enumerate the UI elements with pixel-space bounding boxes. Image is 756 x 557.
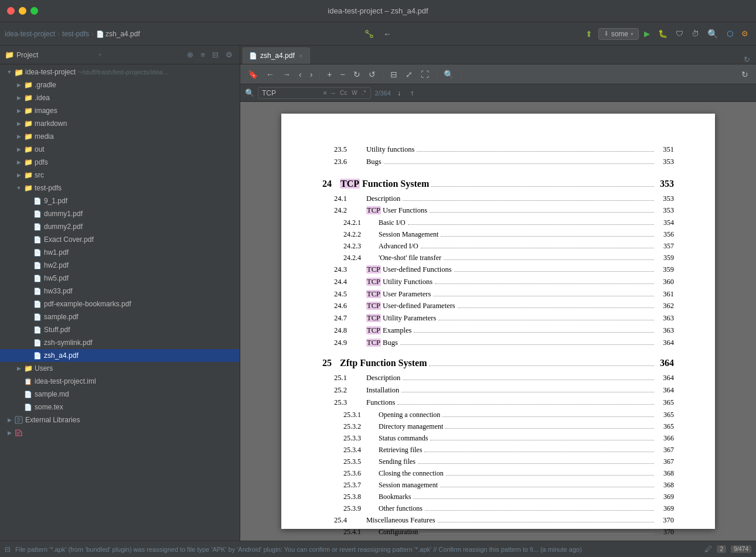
sidebar-item-media[interactable]: ▶ 📁 media (0, 130, 240, 143)
back-nav-button[interactable]: ← (380, 28, 395, 40)
sidebar-title: Project (16, 51, 95, 59)
toc-title-25-3-8: Bookmarks (379, 491, 411, 502)
project-dropdown-icon[interactable]: ▾ (98, 52, 101, 58)
locate-file-button[interactable]: ⊕ (185, 49, 196, 60)
sidebar-item-stuff[interactable]: 📄 Stuff.pdf (0, 323, 240, 336)
sidebar-item-pdfs[interactable]: ▶ 📁 pdfs (0, 156, 240, 169)
sidebar-item-samplemd[interactable]: 📄 sample.md (0, 388, 240, 401)
breadcrumb-folder[interactable]: test-pdfs (62, 30, 89, 38)
toc-num-24-5: 24.5 (334, 289, 366, 300)
scroll-to-file-button[interactable]: ≡ (198, 49, 207, 60)
sidebar-item-sometex[interactable]: 📄 some.tex (0, 401, 240, 414)
pdf-bookmark-button[interactable]: 🔖 (245, 68, 261, 81)
pdf-toolbar-sep4 (461, 70, 461, 79)
pdf-prev-match-button[interactable]: ↓ (394, 87, 404, 99)
pdf-two-page-button[interactable]: ⊟ (387, 68, 400, 81)
toc-title-25-3: Functions (366, 397, 395, 408)
toc-dots-24-2-4 (444, 259, 654, 260)
plugins-button[interactable]: ⬡ (724, 27, 736, 40)
minimize-button[interactable] (19, 7, 26, 15)
sidebar-item-iml[interactable]: 📋 idea-test-project.iml (0, 375, 240, 388)
tree-spacer-zsh-symlink (23, 338, 33, 347)
tcp-highlight-24-8: TCP (366, 326, 381, 334)
pdf-search-clear-icon[interactable]: × (323, 89, 327, 97)
sidebar-item-hw1[interactable]: 📄 hw1.pdf (0, 246, 240, 259)
pdf-word-button[interactable]: W (350, 89, 358, 97)
toc-24-1: 24.1 Description 353 (322, 193, 674, 204)
pdf-next-match-button[interactable]: ↑ (407, 87, 417, 99)
label-hw5: hw5.pdf (44, 274, 69, 282)
pdf-back-button[interactable]: ← (263, 68, 277, 81)
pdf-search-open-button[interactable]: 🔍 (441, 68, 457, 81)
folder-icon-root: 📁 (14, 67, 23, 77)
pdf-next-page-button[interactable]: › (307, 68, 316, 81)
pdf-prev-page-button[interactable]: ‹ (296, 68, 305, 81)
pdf-regex-button[interactable]: .* (361, 89, 367, 97)
pdf-search-input[interactable] (262, 89, 321, 97)
pdf-fullscreen-button[interactable]: ⛶ (418, 68, 432, 81)
sidebar-item-exact-cover[interactable]: 📄 Exact Cover.pdf (0, 233, 240, 246)
tab-close-button[interactable]: × (298, 52, 304, 59)
iml-icon: 📋 (23, 377, 33, 386)
sidebar-item-sample[interactable]: 📄 sample.pdf (0, 310, 240, 323)
collapse-all-button[interactable]: ⊟ (210, 49, 221, 60)
coverage-button[interactable]: 🛡 (673, 27, 686, 40)
pdf-rotate-button[interactable]: ⤢ (403, 68, 416, 81)
pdf-reload-button[interactable]: ↻ (738, 68, 751, 81)
sidebar-item-src[interactable]: ▶ 📁 src (0, 169, 240, 182)
sidebar-item-test-pdfs[interactable]: ▼ 📁 test-pdfs (0, 182, 240, 194)
tab-zsh-a4[interactable]: 📄 zsh_a4.pdf × (243, 47, 310, 64)
sidebar-item-zsh-a4[interactable]: 📄 zsh_a4.pdf (0, 349, 240, 362)
pdf-toolbar-sep2 (383, 70, 383, 79)
sidebar-item-out[interactable]: ▶ 📁 out (0, 143, 240, 156)
sidebar-item-idea[interactable]: ▶ 📁 .idea (0, 91, 240, 104)
pdf-search-next-icon[interactable]: → (329, 89, 336, 97)
sidebar-item-external-libs[interactable]: ▶ External Libraries (0, 414, 240, 426)
pdf-forward-button[interactable]: → (280, 68, 294, 81)
toc-24-7: 24.7 TCP Utility Parameters 363 (322, 313, 674, 324)
pdf-case-button[interactable]: Cc (339, 89, 348, 97)
settings-button[interactable]: ⚙ (738, 27, 751, 40)
vcs-update-button[interactable]: ⬆ (582, 28, 596, 40)
sidebar-settings-button[interactable]: ⚙ (223, 49, 235, 60)
run-button[interactable]: ▶ (641, 27, 653, 40)
pdf-zoom-out-button[interactable]: − (338, 68, 348, 81)
sidebar-item-hw2[interactable]: 📄 hw2.pdf (0, 259, 240, 272)
svg-point-0 (366, 30, 368, 33)
toc-title-23-6: Bugs (366, 156, 382, 168)
toc-title-25-3-5: Sending files (379, 456, 416, 467)
tcp-highlight-24-6: TCP (366, 302, 381, 310)
sidebar-item-hw33[interactable]: 📄 hw33.pdf (0, 285, 240, 298)
run-config-selector[interactable]: ⬇ some ▾ (598, 28, 639, 40)
toc-page-23-6: 353 (656, 156, 674, 168)
sidebar-item-pdf-example-bookmarks[interactable]: 📄 pdf-example-bookmarks.pdf (0, 298, 240, 310)
pdf-refresh-button[interactable]: ↻ (350, 68, 363, 81)
search-everywhere-button[interactable]: 🔍 (704, 26, 721, 42)
sidebar-item-images[interactable]: ▶ 📁 images (0, 104, 240, 117)
profile-button[interactable]: ⏱ (689, 27, 702, 40)
sidebar-item-dummy1[interactable]: 📄 dummy1.pdf (0, 207, 240, 220)
sidebar-item-dummy2[interactable]: 📄 dummy2.pdf (0, 220, 240, 233)
samplemd-label: sample.md (35, 390, 69, 398)
toc-dots-25-3-9 (425, 510, 654, 511)
sidebar-item-9_1[interactable]: 📄 9_1.pdf (0, 194, 240, 207)
sidebar-item-markdown[interactable]: ▶ 📁 markdown (0, 117, 240, 130)
sidebar-item-users[interactable]: ▶ 📁 Users (0, 362, 240, 375)
sidebar-item-zsh-symlink[interactable]: 📄 zsh-symlink.pdf (0, 336, 240, 349)
pdf-reset-button[interactable]: ↺ (366, 68, 379, 81)
sidebar-item-hw5[interactable]: 📄 hw5.pdf (0, 272, 240, 285)
label-dummy2: dummy2.pdf (44, 223, 83, 231)
close-button[interactable] (7, 7, 15, 15)
sidebar-item-gradle[interactable]: ▶ 📁 .gradle (0, 78, 240, 91)
debug-button[interactable]: 🐛 (655, 27, 670, 40)
maximize-button[interactable] (30, 7, 38, 15)
tree-arrow-markdown: ▶ (14, 119, 23, 128)
pdf-content[interactable]: 23.5 Utility functions 351 23.6 Bugs 353… (240, 102, 756, 541)
pdf-zoom-in-button[interactable]: + (324, 68, 335, 81)
breadcrumb-project[interactable]: idea-test-project (5, 30, 55, 38)
recent-files-button[interactable]: ↻ (740, 55, 754, 64)
vcs-button[interactable] (361, 28, 377, 40)
sidebar-item-root[interactable]: ▼ 📁 idea-test-project ~/stuff/trash/test… (0, 66, 240, 78)
sidebar-item-scratches[interactable]: ▶ (0, 426, 240, 439)
toc-dots-25-3-7 (440, 487, 654, 487)
